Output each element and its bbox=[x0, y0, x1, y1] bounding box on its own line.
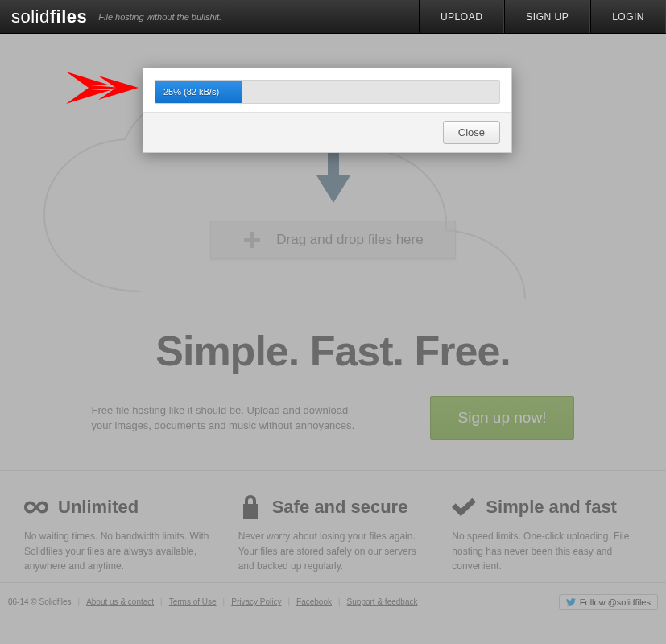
logo[interactable]: solidfiles bbox=[0, 6, 98, 27]
progress-fill: 25% (82 kB/s) bbox=[155, 80, 242, 103]
nav-upload[interactable]: UPLOAD bbox=[419, 0, 504, 33]
nav-signup[interactable]: SIGN UP bbox=[504, 0, 590, 33]
nav-login[interactable]: LOGIN bbox=[590, 0, 666, 33]
progress-text: 25% (82 kB/s) bbox=[155, 87, 219, 97]
top-header: solidfiles File hosting without the bull… bbox=[0, 0, 666, 34]
page: Drag and drop files here Simple. Fast. F… bbox=[0, 34, 666, 644]
progress-bar: 25% (82 kB/s) bbox=[155, 80, 500, 104]
logo-bold: files bbox=[50, 6, 88, 27]
logo-light: solid bbox=[11, 6, 50, 27]
tagline: File hosting without the bullshit. bbox=[98, 12, 221, 22]
close-button[interactable]: Close bbox=[443, 121, 500, 144]
upload-progress-modal: 25% (82 kB/s) Close bbox=[143, 68, 512, 153]
top-nav: UPLOAD SIGN UP LOGIN bbox=[419, 0, 666, 33]
